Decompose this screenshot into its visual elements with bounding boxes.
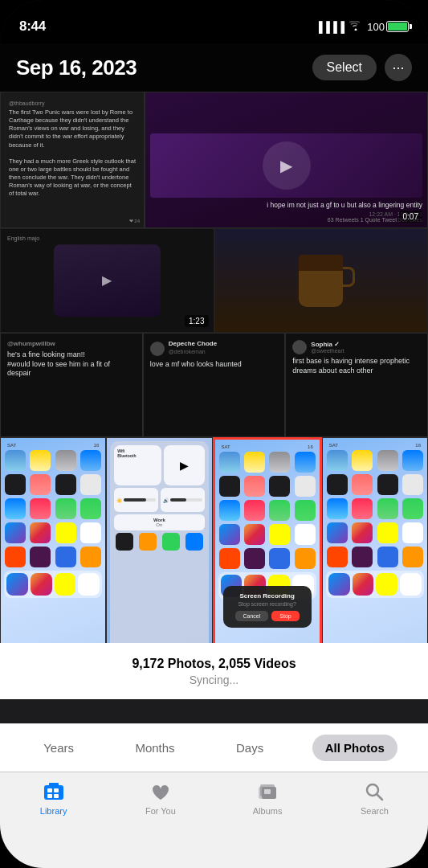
wifi-icon (349, 21, 362, 33)
signal-icon: ▐▐▐▐ (315, 21, 344, 33)
header-actions: Select ··· (312, 54, 412, 81)
tab-search[interactable]: Search (321, 780, 428, 816)
photo-count: 9,172 Photos, 2,055 Videos (132, 657, 296, 671)
header-bar: Sep 16, 2023 Select ··· (0, 43, 428, 92)
video-cell-1[interactable]: ▶ i hope im not just a gf to u but also … (145, 92, 428, 228)
grid-row-2: @whumpwillbw he's a fine looking man!!#w… (0, 333, 428, 437)
filter-bar: Years Months Days All Photos (0, 723, 428, 772)
search-icon (363, 780, 385, 803)
tweet-cell-4[interactable]: Sophia ✓ @sweetheart first base is havin… (285, 333, 428, 437)
tweet-body-2: he's a fine looking man!!#would love to … (7, 350, 136, 379)
svg-rect-3 (47, 794, 52, 798)
filter-all-photos[interactable]: All Photos (312, 735, 397, 761)
sr-cancel-button[interactable]: Cancel (235, 611, 269, 621)
for-you-icon (149, 780, 172, 803)
ios-screenshot-1[interactable]: SAT16 (0, 437, 106, 670)
for-you-label: For You (145, 806, 176, 816)
dynamic-island (166, 10, 263, 37)
tweet-handle-2: @whumpwillbw (7, 340, 136, 347)
sr-subtitle: Stop screen recording? (231, 601, 304, 607)
video-duration-cell[interactable]: ▶ English majo 1:23 (0, 228, 214, 333)
sr-stop-button[interactable]: Stop (271, 611, 299, 621)
photo-grid: @thbaudborry The first Two Punic wars we… (0, 92, 428, 699)
tab-library[interactable]: Library (0, 780, 107, 816)
header-date: Sep 16, 2023 (16, 55, 137, 80)
tab-bar: Library For You Albums (0, 772, 428, 868)
tweet-cell-3[interactable]: Depeche Chode @debrokeman love a mf who … (143, 333, 286, 437)
search-label: Search (361, 806, 389, 816)
sophia-name: Sophia ✓ (311, 341, 344, 348)
ios-screenshot-featured[interactable]: SAT16 (213, 437, 322, 670)
battery-percent: 100 (367, 21, 385, 33)
sr-title: Screen Recording (231, 592, 304, 600)
tab-albums[interactable]: Albums (214, 780, 321, 816)
sophia-handle: @sweetheart (311, 348, 344, 354)
library-label: Library (40, 806, 67, 816)
video-duration-1: 1:23 (185, 315, 208, 327)
grid-row-1b: ▶ English majo 1:23 (0, 228, 428, 333)
grid-row-3: SAT16 (0, 437, 428, 670)
screen-recording-popup: Screen Recording Stop screen recording? … (223, 586, 312, 628)
status-icons: ▐▐▐▐ 100 (315, 21, 409, 33)
filter-months[interactable]: Months (122, 735, 187, 761)
svg-rect-2 (54, 788, 59, 792)
tweet-cell-2[interactable]: @whumpwillbw he's a fine looking man!!#w… (0, 333, 143, 437)
tab-for-you[interactable]: For You (107, 780, 214, 816)
ellipsis-button[interactable]: ··· (385, 54, 412, 81)
ios-screenshot-4[interactable]: SAT16 (322, 437, 428, 670)
grid-row-1: @thbaudborry The first Two Punic wars we… (0, 92, 428, 228)
coffee-cell[interactable] (214, 228, 429, 333)
albums-label: Albums (253, 806, 283, 816)
svg-rect-5 (49, 783, 59, 786)
svg-rect-1 (47, 788, 52, 792)
tweet-user-1: @thbaudborry (9, 100, 136, 106)
depeche-text: love a mf who looks haunted (150, 360, 279, 370)
depeche-name: Depeche Chode (169, 340, 217, 347)
english-major-text: English majo (7, 235, 39, 241)
library-icon (43, 780, 65, 803)
tweet-likes-1: ❤ 24 (129, 218, 140, 223)
filter-days[interactable]: Days (223, 735, 276, 761)
tweet-body-1: The first Two Punic wars were lost by Ro… (9, 108, 136, 198)
twitter-text: i hope im not just a gf to u but also a … (267, 201, 422, 210)
sophia-text: first base is having intense prophetic d… (292, 357, 421, 375)
svg-rect-0 (44, 785, 63, 800)
phone-frame: 8:44 ▐▐▐▐ 100 Sep 16, 2023 Selec (0, 0, 428, 868)
photo-count-section: 9,172 Photos, 2,055 Videos Syncing... (0, 643, 428, 699)
video-badge-1: 0:07 (399, 211, 422, 223)
select-button[interactable]: Select (312, 55, 377, 80)
status-time: 8:44 (19, 18, 46, 35)
svg-rect-4 (54, 794, 59, 798)
syncing-status: Syncing... (190, 674, 238, 686)
filter-years[interactable]: Years (31, 735, 87, 761)
svg-rect-9 (264, 789, 271, 794)
ios-screenshot-2[interactable]: Wifi Bluetooth ▶ ☀️ (106, 437, 212, 670)
depeche-handle: @debrokeman (169, 349, 217, 354)
tweet-cell-1[interactable]: @thbaudborry The first Two Punic wars we… (0, 92, 145, 228)
svg-line-11 (377, 794, 382, 800)
albums-icon (256, 780, 279, 803)
battery-indicator: 100 (367, 21, 409, 33)
